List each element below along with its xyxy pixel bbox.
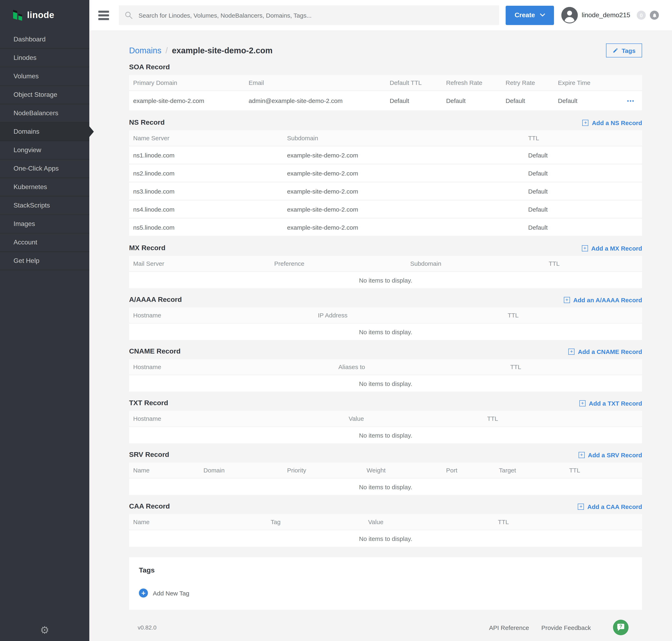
cname-table: Hostname Aliases to TTL No items to disp… [129, 359, 642, 392]
ns-ttl: Default [524, 206, 642, 213]
linode-logo[interactable]: linode [0, 0, 89, 30]
column-header: Refresh Rate [442, 79, 501, 86]
sidebar-item-label: One-Click Apps [14, 165, 59, 172]
srv-table: Name Domain Priority Weight Port Target … [129, 463, 642, 495]
sidebar-item-account[interactable]: Account [0, 233, 89, 252]
avatar [561, 7, 577, 23]
notification-count-badge[interactable]: 0 [637, 11, 646, 20]
soa-expire-time: Default [554, 97, 616, 104]
ns-name-server: ns1.linode.com [129, 151, 283, 159]
page-content: Domains / example-site-demo-2.com Tags S… [89, 30, 672, 641]
cname-empty-state: No items to display. [129, 375, 642, 392]
sidebar-item-label: Dashboard [14, 36, 46, 43]
column-header: Domain [199, 467, 283, 474]
soa-table: Primary Domain Email Default TTL Refresh… [129, 75, 642, 111]
add-mx-record-label: Add a MX Record [591, 245, 642, 251]
add-txt-record-link[interactable]: + Add a TXT Record [579, 400, 642, 407]
sidebar-item-get-help[interactable]: Get Help [0, 252, 89, 270]
column-header: Subdomain [283, 135, 524, 141]
add-a-aaaa-record-link[interactable]: + Add an A/AAAA Record [564, 296, 642, 303]
column-header: Retry Rate [502, 79, 554, 86]
row-actions-ellipsis-icon[interactable]: ••• [627, 98, 635, 104]
add-srv-record-link[interactable]: + Add a SRV Record [578, 451, 642, 458]
breadcrumb-domains-link[interactable]: Domains [129, 46, 162, 55]
soa-table-row: example-site-demo-2.com admin@example-si… [129, 91, 642, 111]
column-header: Value [364, 518, 494, 526]
add-caa-record-label: Add a CAA Record [587, 503, 642, 510]
user-menu[interactable]: linode_demo215 [561, 7, 630, 23]
menu-icon[interactable] [98, 11, 109, 20]
srv-section-head: SRV Record + Add a SRV Record [129, 451, 642, 459]
column-header: TTL [494, 518, 642, 526]
ns-table-row: ns3.linode.com example-site-demo-2.com D… [129, 182, 642, 201]
plus-square-icon: + [578, 503, 584, 509]
sidebar-item-one-click-apps[interactable]: One-Click Apps [0, 160, 89, 178]
ns-name-server: ns4.linode.com [129, 206, 283, 213]
add-ns-record-link[interactable]: + Add a NS Record [583, 119, 642, 126]
caa-table-header: Name Tag Value TTL [129, 514, 642, 530]
add-ns-record-label: Add a NS Record [592, 119, 642, 126]
sidebar-item-domains[interactable]: Domains [0, 123, 89, 141]
topbar: Create linode_demo215 0 [89, 0, 672, 30]
sidebar-item-linodes[interactable]: Linodes [0, 49, 89, 67]
api-reference-link[interactable]: API Reference [489, 624, 529, 631]
sidebar-item-volumes[interactable]: Volumes [0, 67, 89, 86]
ns-subdomain: example-site-demo-2.com [283, 151, 524, 159]
sidebar-item-dashboard[interactable]: Dashboard [0, 30, 89, 49]
sidebar-item-kubernetes[interactable]: Kubernetes [0, 178, 89, 196]
soa-retry-rate: Default [502, 97, 554, 104]
column-header: Email [244, 79, 386, 86]
a-aaaa-table-header: Hostname IP Address TTL [129, 308, 642, 324]
txt-empty-state: No items to display. [129, 427, 642, 443]
help-chat-bubble-icon[interactable]: ? [613, 620, 629, 635]
notifications-bell-icon[interactable] [650, 11, 659, 20]
username: linode_demo215 [582, 12, 630, 19]
search-input[interactable] [138, 11, 493, 19]
sidebar-item-nodebalancers[interactable]: NodeBalancers [0, 104, 89, 123]
column-header: Tag [267, 518, 364, 526]
add-cname-record-link[interactable]: + Add a CNAME Record [569, 348, 642, 355]
provide-feedback-link[interactable]: Provide Feedback [541, 624, 591, 631]
ns-table-row: ns2.linode.com example-site-demo-2.com D… [129, 164, 642, 182]
add-new-tag-button[interactable]: + Add New Tag [139, 588, 632, 598]
create-button[interactable]: Create [506, 5, 554, 25]
srv-section-title: SRV Record [129, 451, 169, 459]
logo-wordmark: linode [27, 10, 54, 21]
breadcrumb-row: Domains / example-site-demo-2.com Tags [129, 43, 642, 57]
column-header: Primary Domain [129, 79, 244, 86]
add-cname-record-label: Add a CNAME Record [578, 348, 642, 355]
page-title: example-site-demo-2.com [172, 46, 272, 55]
settings-gear-icon[interactable]: ⚙ [40, 625, 50, 635]
sidebar-item-stackscripts[interactable]: StackScripts [0, 196, 89, 215]
column-header: TTL [545, 260, 642, 267]
a-aaaa-table: Hostname IP Address TTL No items to disp… [129, 308, 642, 340]
sidebar-item-images[interactable]: Images [0, 215, 89, 233]
column-header: Port [442, 467, 495, 474]
column-header: Expire Time [554, 79, 616, 86]
ns-ttl: Default [524, 188, 642, 195]
sidebar-item-label: NodeBalancers [14, 109, 58, 117]
txt-table-header: Hostname Value TTL [129, 411, 642, 427]
srv-empty-state: No items to display. [129, 479, 642, 495]
ns-name-server: ns3.linode.com [129, 188, 283, 195]
mx-empty-state: No items to display. [129, 272, 642, 288]
column-header: TTL [504, 312, 642, 319]
plus-square-icon: + [564, 297, 570, 303]
ns-name-server: ns2.linode.com [129, 169, 283, 177]
breadcrumb-separator: / [166, 46, 168, 55]
sidebar-item-longview[interactable]: Longview [0, 141, 89, 160]
sidebar-item-object-storage[interactable]: Object Storage [0, 86, 89, 104]
column-header: TTL [506, 363, 642, 370]
linode-logo-icon [12, 9, 23, 21]
soa-email: admin@example-site-demo-2.com [244, 97, 386, 104]
column-header: Mail Server [129, 260, 270, 267]
footer: v0.82.0 API Reference Provide Feedback ? [129, 612, 642, 641]
edit-tags-button[interactable]: Tags [606, 43, 642, 57]
app-root: linode Dashboard Linodes Volumes Object … [0, 0, 672, 641]
add-new-tag-label: Add New Tag [153, 589, 189, 597]
add-mx-record-link[interactable]: + Add a MX Record [582, 245, 642, 251]
ns-subdomain: example-site-demo-2.com [283, 169, 524, 177]
sidebar-item-label: Longview [14, 146, 41, 154]
caa-section-title: CAA Record [129, 502, 170, 510]
add-caa-record-link[interactable]: + Add a CAA Record [578, 503, 642, 510]
